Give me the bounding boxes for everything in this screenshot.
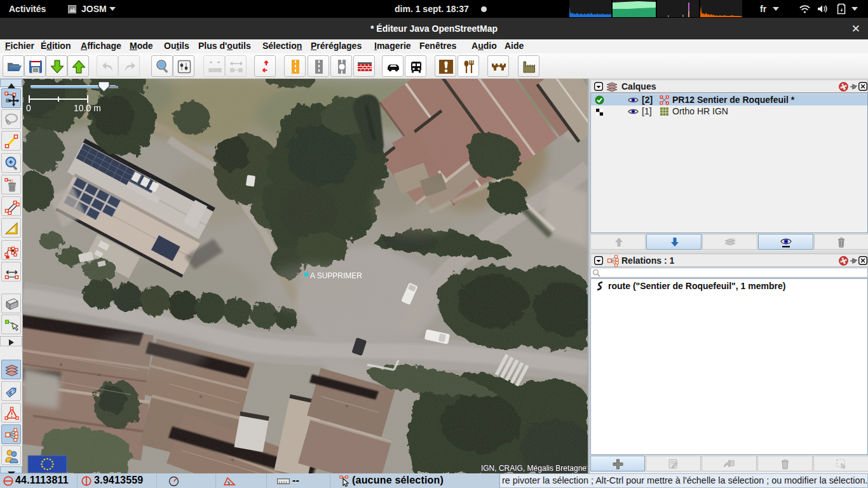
svg-text:10.0 m: 10.0 m [74,103,101,113]
svg-text:IGN, CRAIG, Mégalis Bretagne: IGN, CRAIG, Mégalis Bretagne [481,464,587,473]
svg-text:A SUPPRIMER: A SUPPRIMER [310,271,362,280]
svg-text:0: 0 [26,103,31,113]
